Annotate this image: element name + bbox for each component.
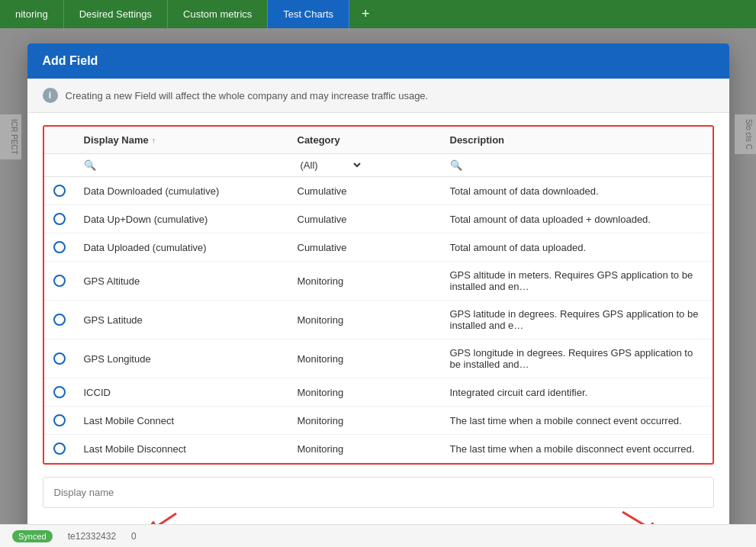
cell-radio-4 [44, 306, 75, 333]
synced-badge: Synced [12, 530, 53, 542]
table-header: Display Name ↑ Category Description [44, 127, 713, 154]
modal-title: Add Field [43, 54, 98, 67]
table-row[interactable]: Data Uploaded (cumulative) Cumulative To… [44, 233, 713, 262]
field-table-container: Display Name ↑ Category Description 🔍 [43, 125, 714, 465]
radio-button-1[interactable] [53, 213, 66, 225]
cell-description-1: Total amount of data uploaded + download… [441, 206, 713, 233]
cell-category-1: Cumulative [288, 206, 441, 233]
cell-name-7: Last Mobile Connect [75, 407, 288, 434]
tab-add[interactable]: + [349, 0, 382, 28]
radio-button-4[interactable] [53, 314, 66, 326]
cell-category-3: Monitoring [288, 268, 441, 294]
radio-button-7[interactable] [53, 414, 66, 426]
filter-cell-description: 🔍 [441, 154, 713, 176]
cell-description-7: The last time when a mobile connect even… [441, 407, 713, 434]
cell-category-2: Cumulative [288, 234, 441, 261]
table-rows-container: Data Downloaded (cumulative) Cumulative … [44, 177, 713, 463]
table-wrapper: Display Name ↑ Category Description 🔍 [27, 113, 729, 477]
col-header-radio [44, 127, 75, 153]
status-bar: Synced te12332432 0 [0, 524, 756, 547]
cell-name-4: GPS Latitude [75, 307, 288, 333]
modal-overlay: Add Field i Creating a new Field will af… [0, 28, 756, 547]
cell-description-3: GPS altitude in meters. Requires GPS app… [441, 262, 713, 300]
cell-name-0: Data Downloaded (cumulative) [75, 178, 288, 204]
col-header-category: Category [288, 127, 441, 153]
cell-description-8: The last time when a mobile disconnect e… [441, 436, 713, 462]
table-row[interactable]: GPS Longitude Monitoring GPS longitude i… [44, 339, 713, 378]
cell-radio-6 [44, 378, 75, 406]
cell-name-3: GPS Altitude [75, 268, 288, 294]
modal-header: Add Field [27, 43, 729, 79]
col-header-name: Display Name ↑ [75, 127, 288, 153]
filter-cell-category: (All) Cumulative Monitoring [288, 154, 441, 176]
table-row[interactable]: Data Downloaded (cumulative) Cumulative … [44, 177, 713, 205]
table-row[interactable]: Last Mobile Disconnect Monitoring The la… [44, 435, 713, 463]
cell-radio-2 [44, 233, 75, 261]
table-row[interactable]: ICCID Monitoring Integrated circuit card… [44, 378, 713, 407]
filter-category-select[interactable]: (All) Cumulative Monitoring [298, 159, 363, 172]
count-value: 0 [131, 531, 137, 542]
cell-radio-1 [44, 205, 75, 233]
filter-description-input[interactable] [465, 159, 703, 171]
cell-radio-7 [44, 407, 75, 434]
tab-monitoring[interactable]: nitoring [0, 0, 64, 28]
cell-category-8: Monitoring [288, 436, 441, 462]
display-name-input[interactable] [43, 477, 714, 508]
table-row[interactable]: Last Mobile Connect Monitoring The last … [44, 407, 713, 435]
info-text: Creating a new Field will affect the who… [66, 90, 429, 101]
tab-custom-metrics[interactable]: Custom metrics [168, 0, 268, 28]
info-banner: i Creating a new Field will affect the w… [27, 79, 729, 113]
side-label-right: Slo cts C [735, 114, 756, 154]
radio-button-8[interactable] [53, 442, 66, 455]
cell-category-7: Monitoring [288, 407, 441, 434]
cell-description-5: GPS longitude in degrees. Requires GPS a… [441, 339, 713, 378]
cell-name-8: Last Mobile Disconnect [75, 436, 288, 462]
cell-description-2: Total amount of data uploaded. [441, 234, 713, 261]
filter-row: 🔍 (All) Cumulative Monitoring 🔍 [44, 154, 713, 177]
cell-radio-0 [44, 177, 75, 204]
radio-button-3[interactable] [53, 275, 66, 287]
tab-bar: nitoring Desired Settings Custom metrics… [0, 0, 756, 28]
cell-radio-3 [44, 267, 75, 294]
cell-name-5: GPS Longitude [75, 346, 288, 372]
tab-test-charts[interactable]: Test Charts [268, 0, 349, 28]
cell-name-6: ICCID [75, 379, 288, 406]
search-name-icon: 🔍 [84, 159, 96, 171]
search-desc-icon: 🔍 [450, 159, 462, 171]
add-field-modal: Add Field i Creating a new Field will af… [27, 43, 729, 547]
device-id: te12332432 [68, 531, 116, 542]
col-header-description: Description [441, 127, 713, 153]
cell-category-4: Monitoring [288, 307, 441, 333]
cell-description-6: Integrated circuit card identifier. [441, 379, 713, 406]
table-row[interactable]: Data Up+Down (cumulative) Cumulative Tot… [44, 205, 713, 233]
tab-desired-settings[interactable]: Desired Settings [64, 0, 168, 28]
cell-radio-8 [44, 435, 75, 462]
cell-category-5: Monitoring [288, 346, 441, 372]
radio-button-0[interactable] [53, 185, 66, 197]
filter-cell-radio [44, 154, 75, 176]
cell-description-4: GPS latitude in degrees. Requires GPS ap… [441, 301, 713, 339]
table-row[interactable]: GPS Latitude Monitoring GPS latitude in … [44, 301, 713, 339]
cell-category-6: Monitoring [288, 379, 441, 406]
cell-radio-5 [44, 345, 75, 372]
radio-button-2[interactable] [53, 241, 66, 253]
cell-name-1: Data Up+Down (cumulative) [75, 206, 288, 233]
info-icon: i [43, 88, 58, 103]
filter-cell-name: 🔍 [75, 154, 288, 176]
filter-name-input[interactable] [99, 159, 279, 171]
cell-description-0: Total amount of data downloaded. [441, 178, 713, 204]
cell-category-0: Cumulative [288, 178, 441, 204]
side-label-left: ICR PECT [0, 114, 21, 159]
cell-name-2: Data Uploaded (cumulative) [75, 234, 288, 261]
table-row[interactable]: GPS Altitude Monitoring GPS altitude in … [44, 262, 713, 301]
radio-button-5[interactable] [53, 352, 66, 365]
radio-button-6[interactable] [53, 386, 66, 398]
